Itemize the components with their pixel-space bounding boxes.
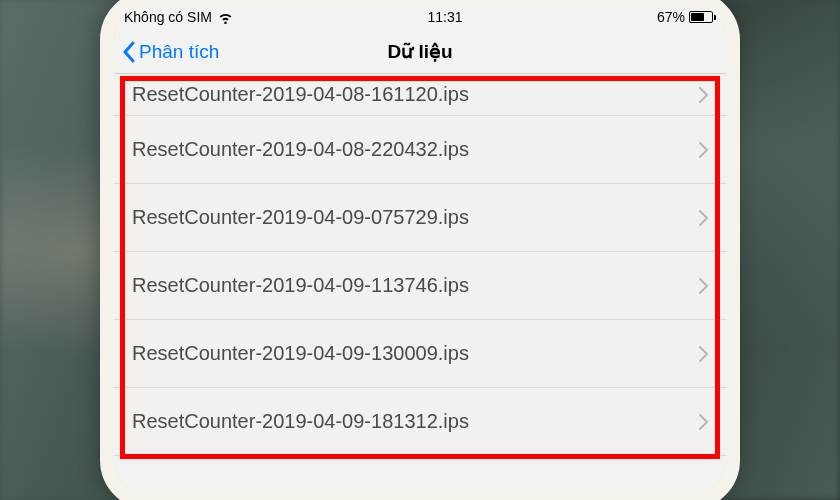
page-title: Dữ liệu [387,40,452,63]
battery-icon [689,11,716,23]
chevron-right-icon [699,142,708,158]
status-left: Không có SIM [124,9,233,25]
list-item[interactable]: ResetCounter-2019-04-09-130009.ips [114,320,726,388]
wifi-icon [218,11,233,23]
status-time: 11:31 [427,9,462,25]
list-item[interactable]: ResetCounter-2019-04-09-075729.ips [114,184,726,252]
item-label: ResetCounter-2019-04-09-075729.ips [132,206,469,229]
item-label: ResetCounter-2019-04-09-130009.ips [132,342,469,365]
back-button[interactable]: Phân tích [114,41,219,63]
list-container: ResetCounter-2019-04-08-161120.ips Reset… [114,74,726,456]
battery-percent: 67% [657,9,685,25]
carrier-label: Không có SIM [124,9,212,25]
chevron-right-icon [699,210,708,226]
phone-frame: Không có SIM 11:31 67% [100,0,740,500]
chevron-right-icon [699,87,708,103]
item-label: ResetCounter-2019-04-09-113746.ips [132,274,469,297]
list-item[interactable]: ResetCounter-2019-04-08-161120.ips [114,74,726,116]
chevron-right-icon [699,414,708,430]
item-label: ResetCounter-2019-04-09-181312.ips [132,410,469,433]
nav-bar: Phân tích Dữ liệu [114,30,726,74]
list-item[interactable]: ResetCounter-2019-04-09-113746.ips [114,252,726,320]
item-label: ResetCounter-2019-04-08-161120.ips [132,83,469,106]
chevron-right-icon [699,346,708,362]
list-item[interactable]: ResetCounter-2019-04-08-220432.ips [114,116,726,184]
item-label: ResetCounter-2019-04-08-220432.ips [132,138,469,161]
phone-screen: Không có SIM 11:31 67% [114,4,726,496]
chevron-right-icon [699,278,708,294]
chevron-left-icon [122,41,135,63]
status-right: 67% [657,9,716,25]
list-item[interactable]: ResetCounter-2019-04-09-181312.ips [114,388,726,456]
back-label: Phân tích [139,41,219,63]
status-bar: Không có SIM 11:31 67% [114,4,726,30]
